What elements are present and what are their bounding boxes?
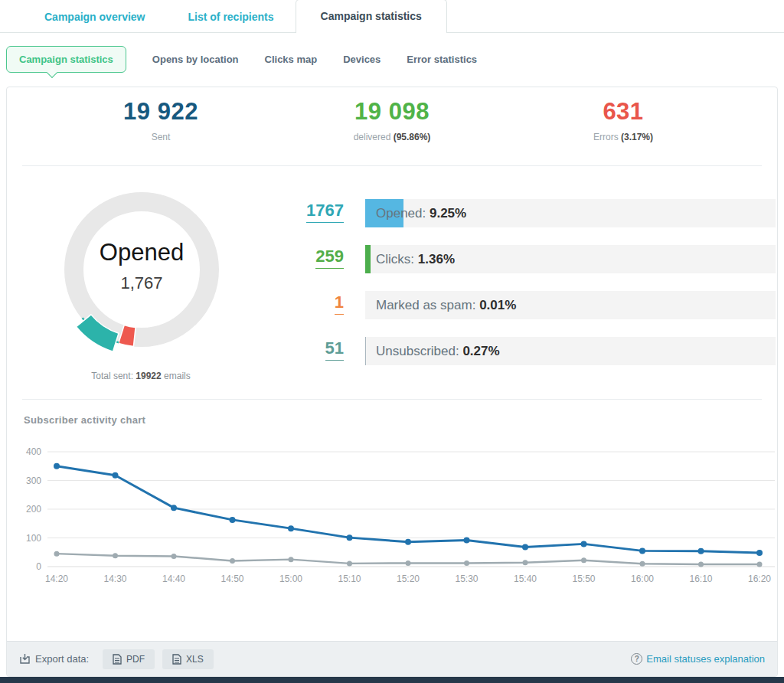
email-statuses-explanation-link[interactable]: ? Email statuses explanation <box>631 653 765 665</box>
svg-text:0: 0 <box>36 561 41 572</box>
summary-row: 19 922 Sent 19 098 delivered (95.86%) 63… <box>7 98 777 142</box>
svg-text:14:40: 14:40 <box>162 574 185 584</box>
unsubscribed-bar-fill <box>365 337 366 365</box>
export-pdf-button[interactable]: PDF <box>103 649 155 669</box>
subtab-clicks-map[interactable]: Clicks map <box>265 54 318 65</box>
subtab-devices[interactable]: Devices <box>343 54 381 65</box>
errors-value: 631 <box>508 98 739 126</box>
delivered-percent: (95.86%) <box>394 132 431 142</box>
divider <box>22 399 762 400</box>
opened-label: Opened: <box>376 206 426 221</box>
svg-text:15:30: 15:30 <box>455 574 478 584</box>
page-bottom-bar <box>0 677 784 683</box>
clicks-bar: Clicks: 1.36% <box>365 245 776 273</box>
svg-text:15:20: 15:20 <box>397 574 420 584</box>
clicks-label: Clicks: <box>376 252 414 266</box>
metric-row-unsubscribed: 51 Unsubscribed: 0.27% <box>7 337 777 365</box>
subtab-opens-by-location[interactable]: Opens by location <box>152 54 239 65</box>
xls-button-label: XLS <box>186 654 204 665</box>
spam-label: Marked as spam: <box>376 298 475 312</box>
delivered-label-text: delivered <box>354 132 391 142</box>
activity-chart-title: Subscriber activity chart <box>24 414 145 426</box>
spam-bar-text: Marked as spam: 0.01% <box>376 291 516 319</box>
clicks-bar-text: Clicks: 1.36% <box>376 245 455 273</box>
errors-percent: (3.17%) <box>621 132 653 142</box>
tab-campaign-statistics[interactable]: Campaign statistics <box>296 0 447 33</box>
svg-text:16:20: 16:20 <box>748 574 771 584</box>
total-sent-note: Total sent: 19922 emails <box>15 371 267 381</box>
svg-text:100: 100 <box>26 533 41 544</box>
subtab-label: Campaign statistics <box>19 54 113 65</box>
spam-count-link[interactable]: 1 <box>335 292 344 315</box>
svg-text:14:30: 14:30 <box>103 574 126 584</box>
active-subtab-pointer <box>47 67 57 78</box>
top-tab-bar: Campaign overview List of recipients Cam… <box>0 0 784 33</box>
clicks-percent: 1.36% <box>418 252 455 266</box>
clicks-count-link[interactable]: 259 <box>315 247 344 269</box>
errors-label: Errors (3.17%) <box>508 132 739 142</box>
export-xls-button[interactable]: XLS <box>162 649 214 669</box>
pdf-button-label: PDF <box>126 654 145 665</box>
unsubscribed-percent: 0.27% <box>462 344 499 358</box>
unsubscribed-bar-text: Unsubscribed: 0.27% <box>376 337 500 365</box>
sub-tab-bar: Campaign statistics Opens by location Cl… <box>6 46 477 73</box>
opened-count-link[interactable]: 1767 <box>306 201 344 223</box>
divider <box>22 165 762 166</box>
svg-text:15:50: 15:50 <box>572 574 595 584</box>
svg-text:15:00: 15:00 <box>279 574 302 584</box>
statistics-panel: 19 922 Sent 19 098 delivered (95.86%) 63… <box>6 87 778 677</box>
sent-label: Sent <box>45 132 276 142</box>
subtab-campaign-statistics[interactable]: Campaign statistics <box>6 46 126 73</box>
errors-label-text: Errors <box>593 132 619 142</box>
sent-value: 19 922 <box>45 98 276 126</box>
opened-bar: Opened: 9.25% <box>365 199 776 227</box>
tab-list-of-recipients[interactable]: List of recipients <box>167 2 296 32</box>
summary-sent: 19 922 Sent <box>45 98 276 142</box>
unsubscribed-label: Unsubscribed: <box>376 344 459 358</box>
export-icon <box>19 653 31 665</box>
unsubscribed-bar: Unsubscribed: 0.27% <box>365 337 776 365</box>
svg-text:200: 200 <box>26 504 41 515</box>
svg-text:14:50: 14:50 <box>220 574 243 584</box>
opened-percent: 9.25% <box>430 206 466 221</box>
subscriber-activity-chart[interactable]: 010020030040014:2014:3014:4014:5015:0015… <box>15 436 778 596</box>
metric-row-spam: 1 Marked as spam: 0.01% <box>7 291 777 319</box>
document-icon <box>172 654 181 665</box>
help-link-text: Email statuses explanation <box>646 653 765 665</box>
svg-text:400: 400 <box>26 446 41 457</box>
spam-bar: Marked as spam: 0.01% <box>365 291 776 319</box>
metric-row-clicks: 259 Clicks: 1.36% <box>7 245 777 273</box>
tab-campaign-overview[interactable]: Campaign overview <box>23 2 167 32</box>
svg-text:300: 300 <box>26 475 41 486</box>
delivered-value: 19 098 <box>276 98 508 126</box>
total-sent-prefix: Total sent: <box>91 371 133 381</box>
summary-errors: 631 Errors (3.17%) <box>508 98 739 142</box>
export-label-text: Export data: <box>35 653 89 665</box>
question-icon: ? <box>631 653 642 665</box>
opened-bar-text: Opened: 9.25% <box>376 199 466 227</box>
unsubscribed-count-link[interactable]: 51 <box>325 338 344 361</box>
svg-text:16:00: 16:00 <box>631 574 654 584</box>
summary-delivered: 19 098 delivered (95.86%) <box>276 98 508 142</box>
total-sent-value: 19922 <box>136 371 161 381</box>
panel-footer: Export data: PDF XLS ? Email statuses ex… <box>7 641 777 676</box>
subtab-error-statistics[interactable]: Error statistics <box>407 54 477 65</box>
svg-text:16:10: 16:10 <box>689 574 712 584</box>
spam-percent: 0.01% <box>479 298 516 312</box>
clicks-bar-fill <box>365 245 371 273</box>
svg-text:15:40: 15:40 <box>514 574 537 584</box>
export-data-label: Export data: <box>19 653 89 665</box>
delivered-label: delivered (95.86%) <box>276 132 508 142</box>
document-icon <box>113 654 122 665</box>
svg-text:15:10: 15:10 <box>338 574 361 584</box>
svg-text:14:20: 14:20 <box>45 574 68 584</box>
total-sent-suffix: emails <box>164 371 191 381</box>
metric-row-opened: 1767 Opened: 9.25% <box>7 199 777 227</box>
